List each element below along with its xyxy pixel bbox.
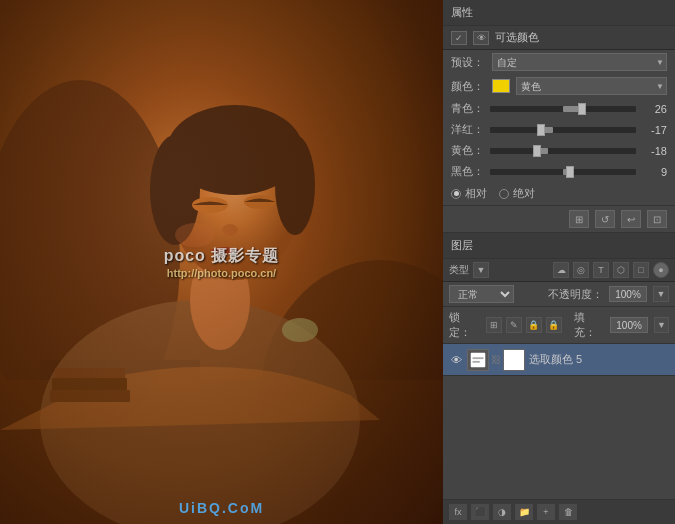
layer-icon-5[interactable]: □	[633, 262, 649, 278]
toolbar-icon-1[interactable]: ⊞	[569, 210, 589, 228]
fill-label: 填充：	[574, 310, 605, 340]
absolute-radio[interactable]	[499, 189, 509, 199]
lock-all-icon[interactable]: 🔒	[546, 317, 562, 333]
cyan-slider-track[interactable]	[490, 106, 636, 112]
magenta-row: 洋红： -17	[443, 119, 675, 140]
opacity-label: 不透明度：	[548, 287, 603, 302]
relative-radio[interactable]	[451, 189, 461, 199]
yellow-slider-track[interactable]	[490, 148, 636, 154]
fill-input[interactable]	[610, 317, 648, 333]
preset-select[interactable]: 自定	[492, 53, 667, 71]
cyan-row: 青色： 26	[443, 98, 675, 119]
blend-mode-select[interactable]: 正常	[449, 285, 514, 303]
black-value: 9	[642, 166, 667, 178]
layer-item[interactable]: 👁 ⛓ 选取颜色 5	[443, 344, 675, 376]
lock-position-icon[interactable]: ⊞	[486, 317, 502, 333]
preset-label: 预设：	[451, 55, 486, 70]
radio-row: 相对 绝对	[443, 182, 675, 205]
eye-icon: 👁	[473, 31, 489, 45]
layer-visibility-icon[interactable]: 👁	[449, 353, 463, 367]
black-row: 黑色： 9	[443, 161, 675, 182]
svg-rect-22	[473, 360, 480, 362]
toolbar-icon-3[interactable]: ↩	[621, 210, 641, 228]
layers-toolbar: 类型 ▼ ☁ ◎ T ⬡ □ ●	[443, 259, 675, 282]
layers-title: 图层	[451, 238, 473, 253]
lock-move-icon[interactable]: 🔒	[526, 317, 542, 333]
layers-bottom-toolbar: fx ⬛ ◑ 📁 + 🗑	[443, 499, 675, 524]
filter-label: 类型	[449, 263, 469, 277]
absolute-label: 绝对	[513, 186, 535, 201]
image-panel: poco 摄影专题 http://photo.poco.cn/ UiBQ.CoM	[0, 0, 443, 524]
color-select[interactable]: 黄色	[516, 77, 667, 95]
image-canvas: poco 摄影专题 http://photo.poco.cn/ UiBQ.CoM	[0, 0, 443, 524]
layer-icon-2[interactable]: ◎	[573, 262, 589, 278]
watermark-line1: poco 摄影专题	[164, 246, 280, 267]
filter-type-dropdown[interactable]: ▼	[473, 262, 489, 278]
black-label: 黑色：	[451, 164, 484, 179]
layer-mask-button[interactable]: ⬛	[471, 504, 489, 520]
cyan-label: 青色：	[451, 101, 484, 116]
properties-title: 属性	[451, 5, 473, 20]
right-panel: 属性 ✓ 👁 可选颜色 预设： 自定 ▼ 颜色： 黄色	[443, 0, 675, 524]
fill-dropdown-arrow[interactable]: ▼	[654, 317, 669, 333]
layer-chain-icon: ⛓	[491, 353, 501, 367]
color-label: 颜色：	[451, 79, 486, 94]
layer-icon-3[interactable]: T	[593, 262, 609, 278]
magenta-label: 洋红：	[451, 122, 484, 137]
toolbar-icon-4[interactable]: ⊡	[647, 210, 667, 228]
layer-new-button[interactable]: +	[537, 504, 555, 520]
lock-paint-icon[interactable]: ✎	[506, 317, 522, 333]
layer-fx-button[interactable]: fx	[449, 504, 467, 520]
layers-mode-row: 正常 不透明度： ▼	[443, 282, 675, 307]
layer-thumbnails: ⛓	[467, 349, 525, 371]
layers-header: 图层	[443, 233, 675, 259]
svg-rect-21	[473, 357, 484, 359]
magenta-slider-thumb[interactable]	[537, 124, 545, 136]
black-slider-track[interactable]	[490, 169, 636, 175]
relative-label: 相对	[465, 186, 487, 201]
relative-radio-label[interactable]: 相对	[451, 186, 487, 201]
yellow-row: 黄色： -18	[443, 140, 675, 161]
color-row: 颜色： 黄色 ▼	[443, 74, 675, 98]
lock-row: 锁定： ⊞ ✎ 🔒 🔒 填充： ▼	[443, 307, 675, 344]
layer-mask-icon: ✓	[451, 31, 467, 45]
layer-icon-4[interactable]: ⬡	[613, 262, 629, 278]
properties-section: 属性 ✓ 👁 可选颜色 预设： 自定 ▼ 颜色： 黄色	[443, 0, 675, 233]
layers-section: 图层 类型 ▼ ☁ ◎ T ⬡ □ ● 正常 不透明度： ▼ 锁定：	[443, 233, 675, 524]
layer-delete-button[interactable]: 🗑	[559, 504, 577, 520]
cyan-value: 26	[642, 103, 667, 115]
layer-adjustment-button[interactable]: ◑	[493, 504, 511, 520]
lock-label: 锁定：	[449, 310, 480, 340]
toolbar-row: ⊞ ↺ ↩ ⊡	[443, 205, 675, 232]
bottom-watermark: UiBQ.CoM	[179, 500, 264, 516]
black-slider-thumb[interactable]	[566, 166, 574, 178]
color-swatch[interactable]	[492, 79, 510, 93]
selective-color-header: ✓ 👁 可选颜色	[443, 26, 675, 50]
svg-rect-20	[471, 352, 486, 367]
preset-row: 预设： 自定 ▼	[443, 50, 675, 74]
layer-toggle[interactable]: ●	[653, 262, 669, 278]
layer-group-button[interactable]: 📁	[515, 504, 533, 520]
layer-mask-thumb	[503, 349, 525, 371]
yellow-value: -18	[642, 145, 667, 157]
cyan-slider-thumb[interactable]	[578, 103, 586, 115]
magenta-slider-track[interactable]	[490, 127, 636, 133]
yellow-label: 黄色：	[451, 143, 484, 158]
lock-icons: ⊞ ✎ 🔒 🔒	[486, 317, 562, 333]
layer-icon-1[interactable]: ☁	[553, 262, 569, 278]
absolute-radio-label[interactable]: 绝对	[499, 186, 535, 201]
layer-name: 选取颜色 5	[529, 352, 669, 367]
layer-adjustment-thumb	[467, 349, 489, 371]
bottom-watermark-text: UiBQ.CoM	[179, 500, 264, 516]
watermark: poco 摄影专题 http://photo.poco.cn/	[164, 246, 280, 279]
yellow-slider-thumb[interactable]	[533, 145, 541, 157]
toolbar-icon-2[interactable]: ↺	[595, 210, 615, 228]
opacity-input[interactable]	[609, 286, 647, 302]
watermark-line2: http://photo.poco.cn/	[164, 267, 280, 279]
magenta-value: -17	[642, 124, 667, 136]
properties-header: 属性	[443, 0, 675, 26]
opacity-dropdown-arrow[interactable]: ▼	[653, 286, 669, 302]
layer-type-label: 可选颜色	[495, 30, 539, 45]
